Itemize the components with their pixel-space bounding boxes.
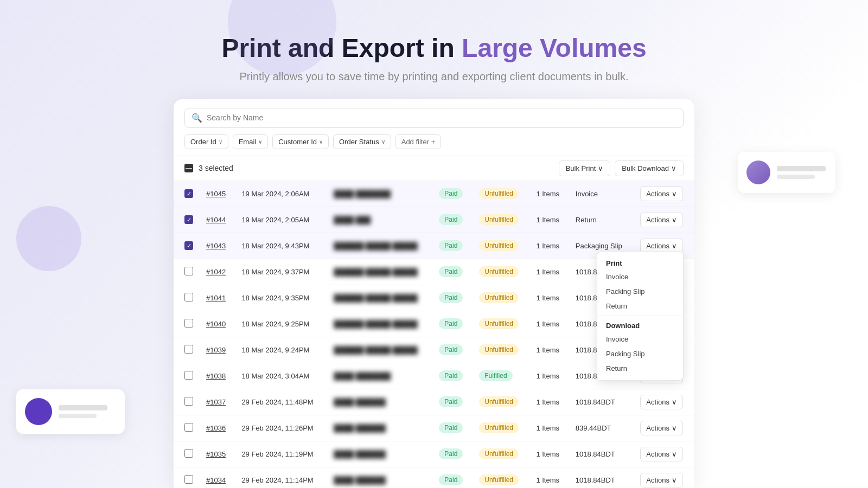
order-id-link[interactable]: #1044: [206, 216, 226, 224]
fulfillment-status: Unfulfilled: [473, 181, 529, 207]
items-count: 1 Items: [529, 259, 569, 285]
order-amount: 839.44BDT: [569, 415, 634, 441]
dropdown-packing-slip-download[interactable]: Packing Slip: [597, 346, 683, 361]
order-id-link[interactable]: #1034: [206, 476, 226, 484]
row-checkbox[interactable]: [184, 345, 193, 354]
row-checkbox[interactable]: [184, 449, 193, 458]
order-id-cell: #1036: [200, 415, 235, 441]
actions-button[interactable]: Actions ∨: [640, 447, 683, 461]
actions-button[interactable]: Actions ∨: [640, 395, 683, 409]
status-badge: Unfulfilled: [479, 240, 519, 251]
customer-name: ████ ███████: [327, 181, 432, 207]
chevron-down-icon: ∨: [381, 139, 385, 145]
row-checkbox[interactable]: ✓: [184, 241, 193, 250]
order-id-link[interactable]: #1042: [206, 268, 226, 276]
actions-button[interactable]: Actions ∨: [640, 421, 683, 435]
customer-name: ████ ██████: [327, 415, 432, 441]
fulfillment-status: Unfulfilled: [473, 259, 529, 285]
filter-order-id[interactable]: Order Id ∨: [184, 134, 228, 149]
row-checkbox-cell: [174, 285, 200, 311]
filter-order-status[interactable]: Order Status ∨: [333, 134, 391, 149]
add-filter-button[interactable]: Add filter +: [395, 134, 442, 149]
select-all-checkbox[interactable]: —: [184, 164, 193, 172]
status-badge: Unfulfilled: [479, 318, 519, 329]
widget-line: [59, 405, 107, 410]
order-id-link[interactable]: #1041: [206, 294, 226, 302]
dropdown-divider: [597, 316, 683, 316]
row-checkbox[interactable]: [184, 397, 193, 406]
fulfillment-status: Unfulfilled: [473, 311, 529, 337]
bulk-download-button[interactable]: Bulk Download ∨: [615, 160, 684, 176]
row-checkbox[interactable]: [184, 423, 193, 432]
customer-name: ██████ █████ █████: [327, 337, 432, 363]
order-id-cell: #1034: [200, 467, 235, 488]
row-checkbox[interactable]: ✓: [184, 189, 193, 198]
status-badge: Paid: [439, 318, 463, 329]
order-id-link[interactable]: #1039: [206, 346, 226, 354]
row-checkbox[interactable]: [184, 371, 193, 380]
order-id-link[interactable]: #1037: [206, 398, 226, 406]
items-count: 1 Items: [529, 467, 569, 488]
row-checkbox[interactable]: [184, 293, 193, 301]
order-id-link[interactable]: #1043: [206, 242, 226, 250]
order-date: 29 Feb 2024, 11:14PM: [235, 467, 327, 488]
row-checkbox[interactable]: [184, 319, 193, 328]
status-badge: Paid: [439, 344, 463, 355]
status-badge: Unfulfilled: [479, 344, 519, 355]
order-id-link[interactable]: #1040: [206, 320, 226, 328]
chevron-down-icon: ∨: [672, 242, 677, 250]
search-icon: 🔍: [192, 113, 202, 123]
dropdown-invoice-print[interactable]: Invoice: [597, 269, 683, 284]
chevron-down-icon: ∨: [672, 476, 677, 484]
row-checkbox-cell: [174, 389, 200, 415]
order-id-link[interactable]: #1045: [206, 190, 226, 198]
row-checkbox[interactable]: [184, 475, 193, 484]
items-count: 1 Items: [529, 181, 569, 207]
fulfillment-status: Fulfilled: [473, 363, 529, 389]
actions-cell: Actions ∨: [634, 415, 694, 441]
bulk-print-button[interactable]: Bulk Print ∨: [559, 160, 611, 176]
dropdown-invoice-download[interactable]: Invoice: [597, 332, 683, 346]
payment-status: Paid: [432, 467, 473, 488]
order-id-link[interactable]: #1038: [206, 372, 226, 380]
widget-lines: [59, 405, 107, 418]
order-date: 18 Mar 2024, 3:04AM: [235, 363, 327, 389]
status-badge: Paid: [439, 370, 463, 381]
dropdown-packing-slip-print[interactable]: Packing Slip: [597, 284, 683, 299]
customer-name: ██████ █████ █████: [327, 311, 432, 337]
items-count: 1 Items: [529, 363, 569, 389]
fulfillment-status: Unfulfilled: [473, 285, 529, 311]
filter-email[interactable]: Email ∨: [233, 134, 269, 149]
widget-lines: [777, 166, 826, 179]
row-checkbox-cell: [174, 441, 200, 467]
status-badge: Unfulfilled: [479, 188, 519, 199]
selection-right: Bulk Print ∨ Bulk Download ∨: [559, 160, 684, 176]
actions-button[interactable]: Actions ∨: [640, 213, 683, 227]
items-count: 1 Items: [529, 207, 569, 233]
actions-button[interactable]: Actions ∨: [640, 473, 683, 487]
payment-status: Paid: [432, 415, 473, 441]
row-checkbox[interactable]: [184, 267, 193, 275]
search-input[interactable]: [207, 113, 676, 122]
dropdown-return-print[interactable]: Return: [597, 299, 683, 313]
fulfillment-status: Unfulfilled: [473, 337, 529, 363]
widget-dot: [25, 398, 52, 425]
widget-line: [777, 175, 815, 179]
order-date: 18 Mar 2024, 9:35PM: [235, 285, 327, 311]
table-row: ✓#104419 Mar 2024, 2:05AM████ ███PaidUnf…: [174, 207, 694, 233]
row-checkbox-cell: [174, 259, 200, 285]
actions-cell: Actions ∨: [634, 467, 694, 488]
chevron-down-icon: ∨: [672, 216, 677, 224]
customer-name: ████ ██████: [327, 441, 432, 467]
dropdown-return-download[interactable]: Return: [597, 361, 683, 376]
fulfillment-status: Unfulfilled: [473, 441, 529, 467]
chevron-down-icon: ∨: [319, 139, 323, 145]
order-id-link[interactable]: #1035: [206, 450, 226, 458]
actions-dropdown: Print Invoice Packing Slip Return Downlo…: [597, 251, 684, 381]
actions-button[interactable]: Actions ∨: [640, 187, 683, 201]
row-checkbox[interactable]: ✓: [184, 215, 193, 224]
filter-customer-id[interactable]: Customer Id ∨: [272, 134, 329, 149]
table-row: #103729 Feb 2024, 11:48PM████ ██████Paid…: [174, 389, 694, 415]
order-id-link[interactable]: #1036: [206, 424, 226, 432]
row-checkbox-cell: ✓: [174, 207, 200, 233]
